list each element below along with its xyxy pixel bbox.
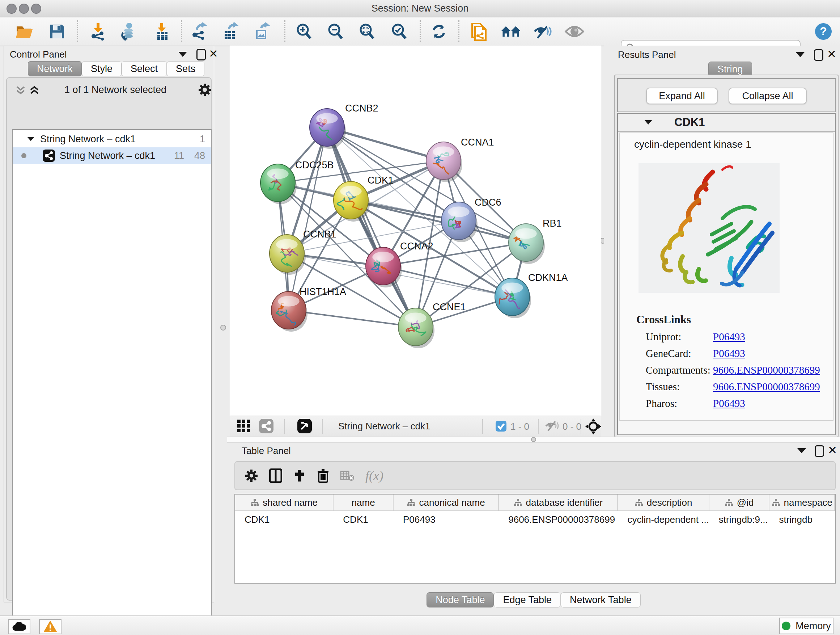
- results-panel-float-icon[interactable]: [814, 49, 823, 61]
- table-panel-collapse-icon[interactable]: [797, 448, 806, 453]
- selected-checkbox[interactable]: [495, 420, 507, 433]
- tab-node-table[interactable]: Node Table: [426, 592, 494, 608]
- table-cell[interactable]: P06493: [393, 511, 499, 528]
- delete-column-trash-icon[interactable]: [317, 469, 329, 483]
- tab-style[interactable]: Style: [82, 61, 122, 76]
- horizontal-splitter[interactable]: [227, 437, 840, 443]
- appearance-eye-button[interactable]: [564, 21, 584, 42]
- network-node-CDK1[interactable]: CDK1: [333, 175, 393, 222]
- import-network-database-button[interactable]: [118, 21, 139, 42]
- network-node-CCNB1[interactable]: CCNB1: [270, 229, 336, 275]
- expand-all-button[interactable]: Expand All: [646, 88, 718, 104]
- control-panel-collapse-icon[interactable]: [178, 52, 187, 57]
- export-image-button[interactable]: [252, 21, 272, 42]
- network-node-CCNB2[interactable]: CCNB2: [309, 103, 378, 149]
- zoom-fit-button[interactable]: [357, 21, 377, 42]
- gear-icon[interactable]: [198, 83, 212, 97]
- network-share-button[interactable]: [259, 418, 274, 435]
- network-node-CDC6[interactable]: CDC6: [441, 197, 501, 242]
- tab-select[interactable]: Select: [122, 61, 167, 76]
- tab-edge-table[interactable]: Edge Table: [494, 592, 561, 608]
- table-cell[interactable]: 9606.ENSP00000378699: [499, 511, 618, 528]
- collapse-all-icon[interactable]: [16, 86, 27, 95]
- network-row[interactable]: String Network – cdk1 11 48: [13, 147, 211, 164]
- control-panel-float-icon[interactable]: [196, 49, 206, 60]
- table-panel-float-icon[interactable]: [815, 445, 824, 457]
- node-label-CCNB1: CCNB1: [303, 229, 336, 240]
- hide-unhide-button[interactable]: [532, 21, 553, 42]
- network-view-canvas[interactable]: CCNB2CCNA1CDC25BCDK1CDC6RB1CCNB1CCNA2CDK…: [230, 46, 601, 416]
- results-panel-close-icon[interactable]: ✕: [827, 49, 836, 60]
- fit-selected-button[interactable]: [585, 418, 602, 436]
- bottom-splitter-handle[interactable]: [531, 437, 536, 442]
- column-header-namespace[interactable]: namespace: [769, 494, 835, 510]
- tree-expander-icon[interactable]: [27, 137, 34, 141]
- tab-network[interactable]: Network: [28, 61, 82, 76]
- save-session-button[interactable]: [47, 21, 67, 42]
- network-edge[interactable]: [289, 127, 327, 310]
- string-network-graph[interactable]: CCNB2CCNA1CDC25BCDK1CDC6RB1CCNB1CCNA2CDK…: [230, 46, 601, 415]
- crosslinks-list: Uniprot:P06493GeneCard:P06493Compartment…: [646, 328, 827, 412]
- string-home-button[interactable]: [501, 21, 521, 42]
- refresh-button[interactable]: [429, 21, 449, 42]
- open-session-button[interactable]: [14, 21, 35, 42]
- share-document-button[interactable]: [470, 21, 490, 42]
- table-panel-close-icon[interactable]: ✕: [828, 445, 837, 456]
- birds-eye-view-button[interactable]: [237, 419, 251, 434]
- control-panel-close-icon[interactable]: ✕: [209, 48, 218, 59]
- table-settings-gear-icon[interactable]: [245, 469, 258, 483]
- column-header-canonical-name[interactable]: canonical name: [393, 494, 499, 510]
- tab-sets[interactable]: Sets: [167, 61, 204, 76]
- eye-slash-icon: [532, 23, 553, 40]
- collapse-all-button[interactable]: Collapse All: [729, 88, 807, 104]
- crosslink-link[interactable]: P06493: [713, 348, 745, 359]
- export-network-button[interactable]: [189, 21, 209, 42]
- cdk1-entry-header[interactable]: CDK1: [618, 114, 835, 132]
- column-header-description[interactable]: description: [618, 494, 709, 510]
- table-cell[interactable]: CDK1: [235, 511, 333, 528]
- table-cell[interactable]: stringdb:9...: [709, 511, 770, 528]
- memory-button[interactable]: Memory: [779, 618, 834, 634]
- tab-network-table[interactable]: Network Table: [561, 592, 641, 608]
- column-header--id[interactable]: @id: [709, 494, 770, 510]
- zoom-out-button[interactable]: [325, 21, 346, 42]
- warnings-button[interactable]: [39, 619, 62, 634]
- table-cell[interactable]: CDK1: [333, 511, 393, 528]
- network-node-CCNA1[interactable]: CCNA1: [426, 137, 494, 182]
- column-header-database-identifier[interactable]: database identifier: [499, 494, 618, 510]
- show-columns-icon[interactable]: [269, 469, 282, 483]
- crosslink-link[interactable]: 9606.ENSP00000378699: [713, 381, 820, 393]
- table-row[interactable]: CDK1CDK1P064939606.ENSP00000378699cyclin…: [235, 511, 835, 528]
- left-splitter-handle[interactable]: [220, 325, 226, 331]
- zoom-selected-button[interactable]: [389, 21, 409, 42]
- function-builder-icon[interactable]: f(x): [365, 468, 384, 483]
- column-header-label: description: [647, 497, 692, 508]
- clear-table-icon[interactable]: [340, 470, 355, 481]
- open-in-window-button[interactable]: [297, 418, 312, 435]
- crosslink-link[interactable]: P06493: [713, 397, 745, 409]
- table-cell[interactable]: stringdb: [769, 511, 835, 528]
- import-network-file-button[interactable]: [88, 21, 108, 42]
- table-cell[interactable]: cyclin-dependent ...: [618, 511, 709, 528]
- entry-expander-icon[interactable]: [645, 120, 652, 125]
- cloud-status-button[interactable]: [8, 619, 30, 634]
- network-node-CCNE1[interactable]: CCNE1: [398, 302, 466, 348]
- network-edge[interactable]: [383, 266, 512, 297]
- network-node-CDKN1A[interactable]: CDKN1A: [495, 272, 568, 318]
- expand-all-icon[interactable]: [29, 86, 40, 95]
- hidden-indicator[interactable]: [545, 420, 560, 434]
- network-collection-row[interactable]: String Network – cdk1 1: [13, 131, 211, 147]
- add-column-icon[interactable]: [293, 469, 306, 482]
- help-button[interactable]: ?: [813, 21, 834, 42]
- network-node-RB1[interactable]: RB1: [508, 218, 562, 264]
- zoom-in-button[interactable]: [294, 21, 314, 42]
- column-header-shared-name[interactable]: shared name: [235, 494, 333, 510]
- results-panel-collapse-icon[interactable]: [796, 52, 805, 57]
- export-table-button[interactable]: [220, 21, 240, 42]
- crosslink-link[interactable]: P06493: [713, 331, 745, 343]
- import-table-file-button[interactable]: [152, 21, 172, 42]
- network-node-HIST1H1A[interactable]: HIST1H1A: [271, 287, 346, 332]
- network-edge[interactable]: [289, 310, 416, 327]
- column-header-name[interactable]: name: [333, 494, 393, 510]
- crosslink-link[interactable]: 9606.ENSP00000378699: [713, 364, 820, 376]
